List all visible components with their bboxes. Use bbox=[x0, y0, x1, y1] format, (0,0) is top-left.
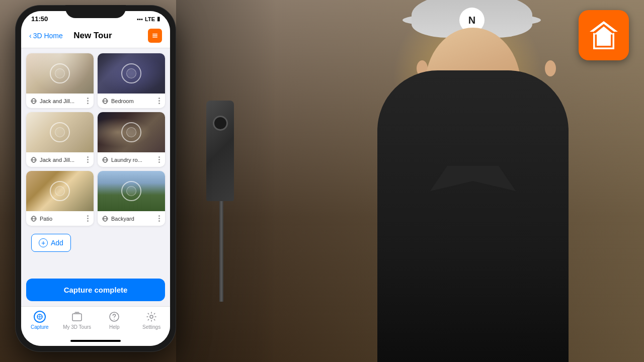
nav-action-icon[interactable] bbox=[148, 29, 162, 43]
camera-body bbox=[206, 101, 234, 201]
room-item[interactable]: Laundry ro... bbox=[98, 112, 165, 167]
page-title: New Tour bbox=[38, 31, 148, 41]
phone-notch bbox=[65, 5, 126, 18]
room-name: Bedroom bbox=[111, 98, 134, 104]
camera-tripod bbox=[191, 101, 252, 352]
svg-point-27 bbox=[150, 315, 153, 318]
signal-bars: ▪▪▪ bbox=[137, 16, 143, 22]
360-indicator bbox=[50, 181, 70, 201]
room-label-left: Patio bbox=[30, 215, 52, 222]
360-indicator bbox=[121, 63, 141, 83]
tripod-stem bbox=[219, 201, 223, 302]
room-label-row: Backyard bbox=[98, 211, 165, 226]
capture-complete-button[interactable]: Capture complete bbox=[26, 279, 165, 301]
room-menu-dots[interactable] bbox=[86, 214, 90, 223]
battery-icon: ▮ bbox=[157, 16, 160, 22]
room-name: Backyard bbox=[111, 216, 134, 222]
tab-help[interactable]: Help bbox=[101, 311, 128, 330]
room-name: Jack and Jill... bbox=[40, 157, 74, 163]
help-tab-icon bbox=[108, 311, 120, 323]
room-menu-dots[interactable] bbox=[157, 155, 161, 164]
zillow-logo bbox=[579, 10, 629, 60]
room-360-icon bbox=[30, 215, 37, 222]
tours-tab-label: My 3D Tours bbox=[63, 324, 91, 330]
svg-rect-1 bbox=[152, 35, 157, 36]
tab-my-tours[interactable]: My 3D Tours bbox=[63, 311, 91, 330]
room-thumbnail bbox=[98, 171, 165, 211]
scroll-content: Jack and Jill... bbox=[21, 48, 170, 275]
tab-capture[interactable]: Capture bbox=[26, 311, 53, 330]
svg-rect-0 bbox=[152, 34, 157, 35]
help-tab-label: Help bbox=[109, 324, 120, 330]
svg-rect-24 bbox=[72, 314, 82, 321]
phone-frame: 11:50 ▪▪▪ LTE ▮ ‹ 3D Home New Tour bbox=[15, 5, 176, 352]
capture-tab-icon bbox=[34, 311, 46, 323]
rooms-grid: Jack and Jill... bbox=[26, 53, 165, 226]
room-item[interactable]: Patio bbox=[26, 171, 94, 226]
room-360-icon bbox=[102, 98, 109, 105]
person-body bbox=[377, 70, 569, 362]
phone-mockup: 11:50 ▪▪▪ LTE ▮ ‹ 3D Home New Tour bbox=[15, 5, 176, 352]
room-label-left: Jack and Jill... bbox=[30, 98, 74, 105]
room-menu-dots[interactable] bbox=[86, 155, 90, 164]
room-label-row: Laundry ro... bbox=[98, 152, 165, 167]
room-label-row: Jack and Jill... bbox=[26, 152, 94, 167]
room-thumbnail bbox=[98, 53, 165, 94]
nav-bar: ‹ 3D Home New Tour bbox=[21, 25, 170, 48]
room-label-left: Laundry ro... bbox=[102, 156, 142, 163]
add-icon: + bbox=[39, 238, 48, 247]
room-name: Jack and Jill... bbox=[40, 98, 74, 104]
add-section: + Add bbox=[26, 226, 165, 256]
capture-section: Capture complete bbox=[21, 275, 170, 306]
add-room-button[interactable]: + Add bbox=[31, 234, 71, 252]
room-name: Laundry ro... bbox=[111, 157, 142, 163]
settings-tab-icon bbox=[145, 311, 157, 323]
room-thumbnail bbox=[26, 112, 94, 152]
room-label-left: Backyard bbox=[102, 215, 134, 222]
room-360-icon bbox=[30, 98, 37, 105]
home-bar bbox=[70, 340, 121, 342]
room-item[interactable]: Bedroom bbox=[98, 53, 165, 108]
settings-tab-label: Settings bbox=[142, 324, 160, 330]
person-ear-right bbox=[545, 60, 556, 76]
360-indicator bbox=[50, 63, 70, 83]
status-time: 11:50 bbox=[31, 15, 48, 23]
home-indicator bbox=[21, 336, 170, 346]
room-360-icon bbox=[102, 215, 109, 222]
room-thumbnail bbox=[26, 53, 94, 94]
add-label: Add bbox=[51, 239, 63, 247]
room-thumbnail bbox=[26, 171, 94, 211]
room-menu-dots[interactable] bbox=[157, 97, 161, 105]
svg-rect-2 bbox=[152, 37, 157, 38]
room-item[interactable]: Jack and Jill... bbox=[26, 53, 94, 108]
status-icons: ▪▪▪ LTE ▮ bbox=[137, 16, 160, 22]
phone-screen: 11:50 ▪▪▪ LTE ▮ ‹ 3D Home New Tour bbox=[21, 11, 170, 346]
room-name: Patio bbox=[40, 216, 52, 222]
room-item[interactable]: Jack and Jill... bbox=[26, 112, 94, 167]
chevron-left-icon: ‹ bbox=[29, 32, 32, 40]
camera-lens bbox=[213, 116, 228, 131]
room-menu-dots[interactable] bbox=[86, 97, 90, 105]
room-360-icon bbox=[30, 156, 37, 163]
360-indicator bbox=[50, 122, 70, 142]
room-label-row: Bedroom bbox=[98, 94, 165, 108]
room-item[interactable]: Backyard bbox=[98, 171, 165, 226]
tab-settings[interactable]: Settings bbox=[138, 311, 166, 330]
svg-point-26 bbox=[114, 319, 115, 320]
capture-tab-label: Capture bbox=[31, 324, 49, 330]
room-label-left: Bedroom bbox=[102, 98, 134, 105]
360-indicator bbox=[121, 122, 141, 142]
room-label-left: Jack and Jill... bbox=[30, 156, 74, 163]
tours-tab-icon bbox=[71, 311, 83, 323]
room-thumbnail bbox=[98, 112, 165, 152]
room-label-row: Patio bbox=[26, 211, 94, 226]
lte-indicator: LTE bbox=[145, 16, 155, 22]
tab-bar: Capture My 3D Tours bbox=[21, 306, 170, 336]
room-menu-dots[interactable] bbox=[157, 214, 161, 223]
360-indicator bbox=[121, 181, 141, 201]
room-label-row: Jack and Jill... bbox=[26, 94, 94, 108]
room-360-icon bbox=[102, 156, 109, 163]
